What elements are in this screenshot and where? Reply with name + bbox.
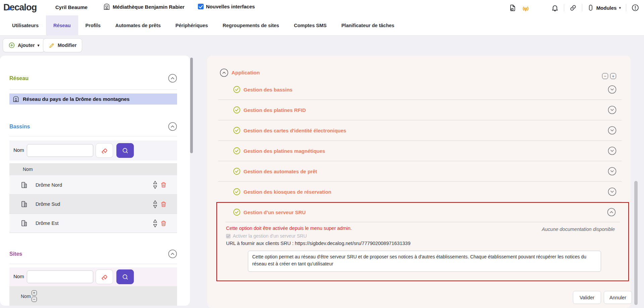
bassin-row-drome-nord[interactable]: Drôme Nord [9, 175, 177, 194]
bassins-search-bar: Nom [9, 140, 177, 161]
chevron-down-circle-icon[interactable] [608, 85, 616, 94]
expand-all-icon[interactable]: + [610, 73, 616, 79]
option-gestion-des-cartes-identite[interactable]: Gestion des cartes d'identité électroniq… [218, 120, 622, 141]
application-settings-panel: Application − + Gestion des bassins [207, 56, 631, 308]
new-interfaces-toggle[interactable]: Nouvelles interfaces [198, 4, 255, 9]
chevron-down-circle-icon[interactable] [608, 187, 616, 196]
sites-clear-button[interactable] [96, 269, 113, 284]
sru-enable-label: Activer la gestion d'un serveur SRU [233, 233, 307, 239]
header-actions: Modules ▾ [509, 0, 639, 15]
option-label: Gestion des cartes d'identité électroniq… [244, 128, 346, 133]
bassin-row-drome-sud[interactable]: Drôme Sud [9, 194, 177, 213]
collapse-all-icon[interactable]: − [32, 297, 37, 302]
bassin-row-drome-est[interactable]: Drôme Est [9, 213, 177, 233]
row-actions [152, 219, 167, 228]
app-screen: Decalog Cyril Beaume Médiathèque Benjami… [0, 0, 644, 308]
option-gestion-des-bassins[interactable]: Gestion des bassins [218, 79, 622, 100]
move-up-icon[interactable] [152, 180, 158, 185]
expand-all-icon[interactable]: + [32, 290, 37, 296]
option-label: Gestion des platines magnétiques [244, 148, 325, 154]
info-circle-icon[interactable] [631, 4, 639, 12]
edit-button[interactable]: Modifier [43, 38, 82, 52]
sites-column-header: Nom + − [9, 286, 177, 306]
trash-icon[interactable] [160, 181, 167, 188]
eraser-icon [100, 273, 108, 281]
trash-icon[interactable] [160, 201, 167, 208]
check-circle-icon [233, 127, 240, 134]
bassins-search-input[interactable] [27, 144, 93, 157]
divider [9, 89, 177, 90]
sidebar-scrollbar-thumb[interactable] [190, 58, 193, 153]
bassins-column-header: Nom [9, 163, 177, 175]
bassin-row-label: Drôme Nord [36, 182, 62, 188]
selected-network-item[interactable]: Réseau du pays de la Drôme des montagnes [9, 94, 177, 105]
chevron-down-circle-icon[interactable] [608, 126, 616, 135]
tab-profils[interactable]: Profils [78, 15, 108, 35]
new-interfaces-checkbox[interactable] [198, 4, 204, 9]
current-library[interactable]: Médiathèque Benjamin Rabier [103, 3, 184, 10]
option-label: Gestion des platines RFID [244, 107, 306, 113]
option-gestion-des-platines-rfid[interactable]: Gestion des platines RFID [218, 100, 622, 120]
sites-search-button[interactable] [116, 269, 134, 284]
sites-column-label: Nom [21, 294, 31, 299]
trash-icon[interactable] [160, 220, 167, 227]
sru-enable-row: Activer la gestion d'un serveur SRU [226, 233, 307, 239]
sites-search-label: Nom [13, 273, 24, 279]
validate-button[interactable]: Valider [573, 291, 601, 304]
current-user-name: Cyril Beaume [55, 4, 88, 10]
modules-capsule-icon [587, 4, 594, 11]
tab-reseau[interactable]: Réseau [46, 15, 78, 35]
chevron-down-circle-icon[interactable] [608, 167, 616, 176]
move-down-icon[interactable] [152, 224, 158, 228]
collapse-all-icon[interactable]: − [602, 73, 608, 79]
decalog-logo[interactable]: Decalog [3, 2, 37, 13]
export-document-icon[interactable] [509, 4, 517, 12]
modules-menu[interactable]: Modules ▾ [587, 4, 621, 11]
tab-comptes-sms[interactable]: Comptes SMS [286, 15, 334, 35]
option-gestion-des-kiosques[interactable]: Gestion des kiosques de réservation [218, 182, 622, 202]
chevron-up-circle-icon[interactable] [168, 249, 177, 258]
sru-url-text: URL à fournir aux clients SRU : https://… [226, 241, 411, 246]
network-sidebar-panel: Réseau Réseau du pays de la Drôme des mo… [0, 56, 190, 306]
sru-enable-checkbox[interactable] [226, 234, 230, 238]
add-button[interactable]: Ajouter ▾ [3, 38, 45, 52]
option-label: Gestion des kiosques de réservation [244, 189, 331, 195]
decalog-logo-text: Decalog [3, 2, 37, 13]
main-nav-tabs: Utilisateurs Réseau Profils Automates de… [0, 15, 644, 36]
option-gestion-serveur-sru[interactable]: Gestion d'un serveur SRU [233, 203, 306, 222]
chevron-up-circle-icon[interactable] [220, 68, 228, 77]
bassin-row-label: Drôme Est [36, 221, 59, 226]
bassin-row-label: Drôme Sud [36, 201, 60, 207]
move-down-icon[interactable] [152, 204, 158, 209]
row-actions [152, 200, 167, 209]
building-icon [20, 219, 28, 227]
chevron-down-circle-icon[interactable] [608, 146, 616, 155]
divider [225, 222, 620, 222]
add-button-label: Ajouter [18, 43, 35, 48]
option-gestion-des-platines-magnetiques[interactable]: Gestion des platines magnétiques [218, 141, 622, 161]
bassins-clear-button[interactable] [96, 143, 113, 158]
chevron-up-circle-icon[interactable] [607, 208, 616, 217]
bassins-search-button[interactable] [116, 143, 134, 158]
tab-utilisateurs[interactable]: Utilisateurs [5, 15, 46, 35]
chevron-up-circle-icon[interactable] [168, 122, 177, 131]
sites-search-input[interactable] [27, 270, 93, 283]
option-gestion-des-automates-de-pret[interactable]: Gestion des automates de prêt [218, 161, 622, 182]
tab-peripheriques[interactable]: Périphériques [168, 15, 215, 35]
move-up-icon[interactable] [152, 200, 158, 204]
move-down-icon[interactable] [152, 185, 158, 189]
link-chain-icon[interactable] [569, 4, 577, 12]
rfid-broadcast-icon[interactable] [522, 4, 530, 12]
move-up-icon[interactable] [152, 219, 158, 223]
notifications-bell-icon[interactable] [551, 4, 559, 12]
chevron-up-circle-icon[interactable] [168, 74, 177, 83]
chevron-down-circle-icon[interactable] [608, 106, 616, 114]
cancel-button[interactable]: Annuler [604, 291, 632, 304]
option-label: Gestion des bassins [244, 87, 292, 93]
tab-automates-de-prets[interactable]: Automates de prêts [108, 15, 168, 35]
application-section-header[interactable]: Application [220, 68, 260, 77]
tab-planificateur-de-taches[interactable]: Planificateur de tâches [334, 15, 402, 35]
sru-description-textarea[interactable]: Cette option permet au réseau d'être ser… [248, 251, 601, 272]
tab-regroupements-de-sites[interactable]: Regroupements de sites [215, 15, 286, 35]
page-scrollbar-thumb[interactable] [634, 181, 638, 305]
